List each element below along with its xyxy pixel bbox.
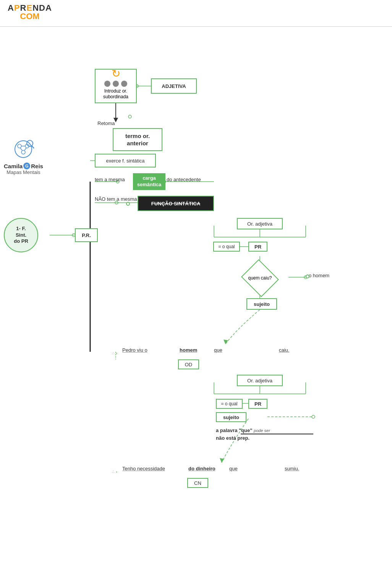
- branding-name: Camila G Reis: [4, 163, 43, 169]
- diagram-lines: [0, 31, 392, 577]
- pr-2-box: PR: [248, 399, 267, 409]
- quem-caiu-diamond: quem caiu?: [241, 259, 279, 297]
- nao-tem-circle: [126, 202, 130, 206]
- svg-line-41: [20, 148, 22, 150]
- adjetiva-box: ADJETIVA: [151, 78, 197, 94]
- logo-com: COM: [8, 12, 52, 21]
- igual-qual-1-box: = o qual: [213, 242, 240, 252]
- sentence1-dots: ∴ ∘: [112, 351, 118, 355]
- or-adjetiva-1-box: Or. adjetiva: [237, 218, 283, 229]
- branding: Camila G Reis Mapas Mentais: [4, 138, 43, 175]
- sentence2-dots: ∴ ∘: [112, 470, 118, 474]
- header: APRENDA COM: [0, 0, 392, 24]
- sujeito-1-box: sujeito: [246, 298, 277, 310]
- diagram-container: ↻ Introduz or. subordinada ADJETIVA Reto…: [0, 31, 392, 577]
- svg-line-42: [24, 148, 26, 150]
- o-homem-label: o homem: [309, 273, 329, 278]
- logo: APRENDA COM: [8, 4, 52, 21]
- svg-line-44: [32, 146, 34, 148]
- svg-point-37: [18, 144, 21, 148]
- or-adjetiva-2-box: Or. adjetiva: [237, 375, 283, 386]
- retoma-label: Retoma: [97, 120, 115, 126]
- a-palavra-que-label: a palavra "que" pode ser: [216, 427, 270, 433]
- sentence1-caiu: caiu.: [279, 347, 289, 353]
- cn-box: CN: [187, 478, 208, 488]
- nao-tem-label: NÃO tem a mesma: [95, 196, 137, 203]
- header-divider: [0, 26, 392, 27]
- circle-f-sint: 1- F. Sint. do PR: [4, 218, 38, 252]
- pr-main-box: P.R.: [75, 228, 98, 242]
- carga-semantica-box: carga semântica: [133, 173, 165, 190]
- svg-point-4: [128, 115, 131, 118]
- intro-label: Introduz or. subordinada: [96, 88, 136, 100]
- sentence2-que: que: [229, 466, 238, 471]
- svg-marker-23: [224, 340, 228, 344]
- sujeito-2-box: sujeito: [216, 412, 246, 422]
- tem-a-mesma-label: tem a mesma: [95, 177, 125, 182]
- od-box: OD: [178, 359, 199, 369]
- nao-esta-prep-label: não está prep.: [216, 435, 249, 441]
- o-homem-circle: [306, 275, 309, 278]
- svg-point-36: [15, 141, 32, 158]
- funcao-sintatica-box: FUNÇÃO SINTÁTICA: [138, 196, 214, 211]
- svg-point-39: [21, 150, 25, 154]
- igual-qual-2-box: = o qual: [216, 399, 243, 409]
- pr-1-box: PR: [248, 242, 267, 252]
- termo-or-anterior-box: termo or. anterior: [113, 128, 162, 151]
- brain-icon: [10, 138, 37, 163]
- sentence2-tenho: Tenho necessidade: [122, 466, 165, 471]
- do-antecedente-label: do antecedente: [167, 177, 201, 182]
- branding-subtitle: Mapas Mentais: [6, 169, 40, 175]
- sentence2-dinheiro: do dinheiro: [188, 466, 215, 471]
- sentence1-homem: homem: [180, 347, 197, 353]
- logo-aprenda: APRENDA: [8, 4, 52, 12]
- sentence2-sumiu: sumiu.: [285, 466, 299, 471]
- pode-ser-label: pode ser: [254, 428, 270, 433]
- exerce-f-sintatica-box: exerce f. sintática: [95, 154, 156, 167]
- svg-point-30: [312, 415, 315, 418]
- sentence1-pedro: Pedro viu o: [122, 347, 147, 353]
- g-icon: G: [23, 163, 30, 169]
- sentence1-que: que: [214, 347, 222, 353]
- intro-subordinada-box: ↻ Introduz or. subordinada: [95, 69, 137, 103]
- svg-marker-32: [220, 458, 224, 463]
